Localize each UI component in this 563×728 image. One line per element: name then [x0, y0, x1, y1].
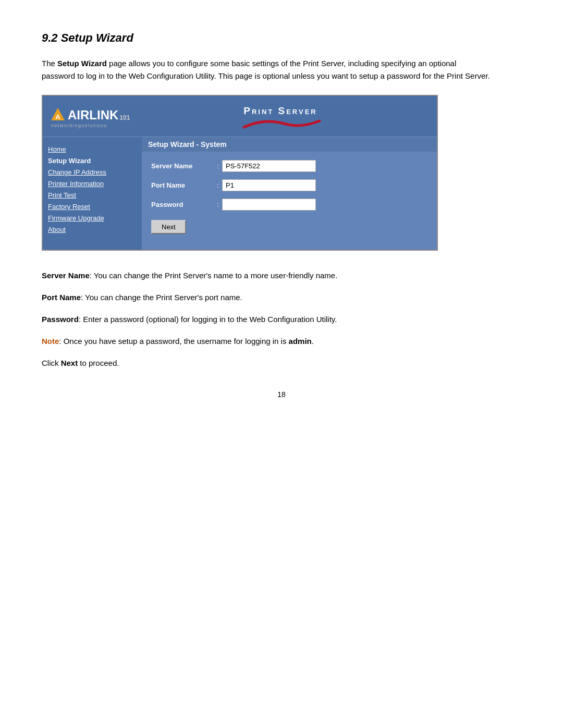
print-server-panel: A AIRLINK 101 networkingsolutions Print …: [42, 95, 438, 251]
admin-bold: admin: [289, 337, 312, 346]
password-label: Password: [151, 201, 214, 208]
description-section: Server Name: You can change the Print Se…: [42, 269, 490, 369]
password-row: Password :: [151, 199, 427, 211]
sidebar-item-print-test[interactable]: Print Test: [48, 191, 137, 199]
password-term: Password: [42, 315, 79, 324]
sidebar-item-change-ip[interactable]: Change IP Address: [48, 168, 137, 176]
next-button-row: Next: [151, 218, 427, 234]
note-para: Note: Once you have setup a password, th…: [42, 335, 490, 348]
panel-header: A AIRLINK 101 networkingsolutions Print …: [43, 96, 437, 137]
server-name-row: Server Name :: [151, 160, 427, 172]
next-bold: Next: [61, 359, 78, 367]
server-name-term: Server Name: [42, 271, 90, 280]
port-name-row: Port Name :: [151, 179, 427, 191]
print-server-title: Print Server: [243, 105, 317, 117]
password-colon: :: [214, 201, 222, 208]
content-area: Setup Wizard - System Server Name : Port…: [142, 137, 437, 250]
intro-paragraph: The Setup Wizard page allows you to conf…: [42, 57, 490, 82]
note-label: Note: [42, 337, 59, 346]
section-title: 9.2 Setup Wizard: [42, 31, 521, 45]
svg-text:A: A: [55, 113, 60, 121]
sidebar-item-firmware-upgrade[interactable]: Firmware Upgrade: [48, 214, 137, 222]
content-form: Server Name : Port Name : Password :: [142, 152, 437, 250]
port-name-desc: Port Name: You can change the Print Serv…: [42, 291, 490, 304]
sidebar-item-factory-reset[interactable]: Factory Reset: [48, 203, 137, 211]
content-header: Setup Wizard - System: [142, 137, 437, 152]
sidebar-item-setup-wizard[interactable]: Setup Wizard: [48, 157, 137, 165]
page-number: 18: [42, 390, 521, 399]
sidebar-item-home[interactable]: Home: [48, 145, 137, 153]
server-name-colon: :: [214, 162, 222, 170]
password-input[interactable]: [222, 199, 316, 211]
port-name-colon: :: [214, 181, 222, 189]
airlink-brand-text: AIRLINK: [68, 108, 118, 122]
airlink-number: 101: [119, 114, 130, 121]
server-name-input[interactable]: [222, 160, 316, 172]
sidebar-item-printer-info[interactable]: Printer Information: [48, 180, 137, 188]
logo-area: A AIRLINK 101 networkingsolutions: [50, 107, 133, 128]
server-name-label: Server Name: [151, 162, 214, 170]
sidebar: Home Setup Wizard Change IP Address Prin…: [43, 137, 142, 250]
networking-solutions-text: networkingsolutions: [51, 123, 107, 128]
port-name-label: Port Name: [151, 181, 214, 189]
port-name-term: Port Name: [42, 293, 81, 302]
sidebar-item-about[interactable]: About: [48, 226, 137, 233]
panel-body: Home Setup Wizard Change IP Address Prin…: [43, 137, 437, 250]
server-name-desc: Server Name: You can change the Print Se…: [42, 269, 490, 282]
swoosh-icon: [239, 117, 322, 131]
print-server-title-area: Print Server: [133, 103, 427, 131]
airlink-logo-icon: A: [50, 107, 66, 122]
port-name-input[interactable]: [222, 179, 316, 191]
password-desc: Password: Enter a password (optional) fo…: [42, 313, 490, 326]
next-button[interactable]: Next: [151, 220, 186, 234]
click-next-para: Click Next to proceed.: [42, 357, 490, 369]
